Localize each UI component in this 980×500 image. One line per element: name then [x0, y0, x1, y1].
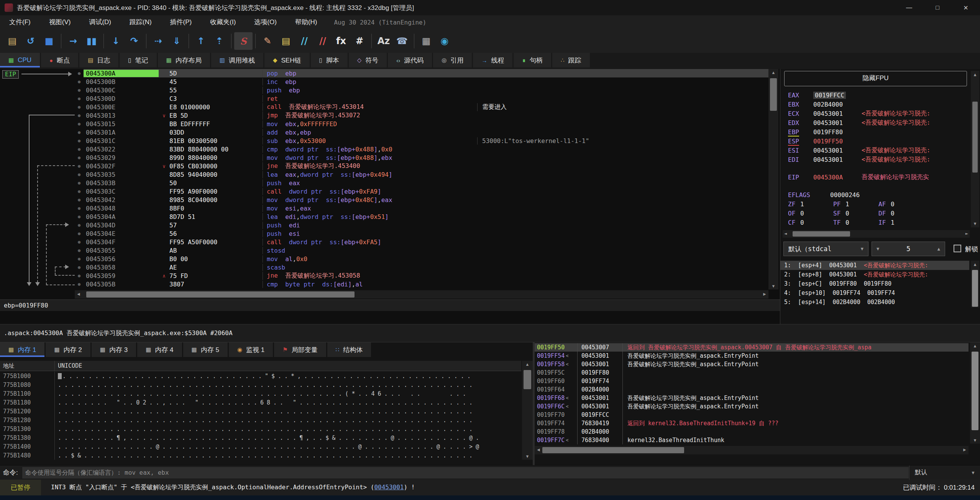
step-out-icon[interactable]: ↑: [192, 32, 210, 50]
dump-tab-mem5[interactable]: ▦内存 5: [183, 342, 228, 357]
open-file-icon[interactable]: ▤: [3, 32, 21, 50]
argument-icon[interactable]: #: [350, 32, 369, 50]
dump-row[interactable]: 775B1480..$&............................…: [0, 451, 521, 460]
function-icon[interactable]: fx: [332, 32, 350, 50]
hide-fpu-button[interactable]: 隐藏FPU: [784, 71, 967, 86]
breakpoint-dot[interactable]: ●: [75, 79, 84, 84]
calculator-icon[interactable]: ▦: [417, 32, 435, 50]
args-depth-spinner[interactable]: ▼ 5 ▲: [872, 242, 945, 256]
dump-tab-mem3[interactable]: ▦内存 3: [92, 342, 136, 357]
dump-row[interactable]: 775B1100................................…: [0, 389, 521, 398]
register-row[interactable]: EBX002B4000: [780, 100, 969, 109]
args-vertical-scrollbar[interactable]: ▲: [971, 261, 979, 308]
stack-row[interactable]: 0019FF7C<76830400kernel32.BaseThreadInit…: [535, 436, 969, 444]
stack-row[interactable]: 0019FF54<00453001吾爱破解论坛学习脱壳实例_aspack.Ent…: [535, 352, 969, 360]
intermodular-calls-icon[interactable]: ☎: [393, 32, 411, 50]
disasm-row[interactable]: ●0045303B50push eax: [75, 179, 768, 187]
menu-item[interactable]: 收藏夹(I): [201, 15, 245, 29]
flags-row[interactable]: ZF1PF1AF0: [780, 199, 969, 209]
tab-threads[interactable]: →线程: [473, 53, 512, 67]
dump-row[interactable]: 775B1200................................…: [0, 407, 521, 416]
scroll-up-icon[interactable]: ▲: [971, 262, 979, 267]
breakpoint-dot[interactable]: ●: [75, 172, 84, 177]
disasm-row[interactable]: ●00453013∨EB 5Djmp 吾爱破解论坛学习.453072: [75, 111, 768, 120]
disasm-row[interactable]: ●0045304FFF95 A50F0000call dword ptr ss:…: [75, 238, 768, 246]
disasm-row[interactable]: ●004530428985 8C040000mov dword ptr ss:[…: [75, 196, 768, 204]
scroll-up-icon[interactable]: ▲: [522, 362, 533, 367]
disasm-row[interactable]: ●0045303CFF95 A90F0000call dword ptr ss:…: [75, 187, 768, 196]
register-row[interactable]: EBP0019FF80: [780, 127, 969, 137]
dump-row[interactable]: 775B1180........ "..02..,... ".........6…: [0, 398, 521, 407]
stack-row[interactable]: 0019FF7476830419返回到 kernel32.BaseThreadI…: [535, 419, 969, 428]
scrollbar-thumb[interactable]: [972, 102, 978, 173]
breakpoint-dot[interactable]: ●: [75, 96, 84, 101]
label-icon[interactable]: //: [295, 32, 314, 50]
disasm-row[interactable]: ●004530488BF0mov esi,eax: [75, 204, 768, 212]
dump-tab-watch1[interactable]: ◉监视 1: [229, 342, 273, 357]
register-row[interactable]: ECX00453001<吾爱破解论坛学习脱壳:: [780, 109, 969, 118]
register-row[interactable]: EDI00453001<吾爱破解论坛学习脱壳:: [780, 155, 969, 164]
scroll-down-icon[interactable]: ▼: [522, 454, 533, 459]
strings-icon[interactable]: Az: [374, 32, 393, 50]
breakpoint-dot[interactable]: ●: [75, 71, 84, 76]
callstack-arg-row[interactable]: 3: [esp+C] 0019FF80 0019FF80: [780, 279, 969, 288]
tab-trace[interactable]: ∴跟踪: [552, 53, 590, 67]
menu-item[interactable]: 插件(P): [161, 15, 201, 29]
restart-icon[interactable]: ↺: [21, 32, 40, 50]
breakpoint-dot[interactable]: ●: [75, 104, 84, 110]
stack-row[interactable]: 0019FF5C0019FF80: [535, 368, 969, 377]
disasm-row[interactable]: ●0045300C55push ebp: [75, 86, 768, 94]
dump-row[interactable]: 775B1080................................…: [0, 380, 521, 389]
dump-row[interactable]: 775B1400...............@................…: [0, 442, 521, 451]
breakpoint-dot[interactable]: ●: [75, 256, 84, 262]
tab-cpu[interactable]: ▦CPU: [0, 53, 40, 67]
patch-icon[interactable]: ✎: [258, 32, 277, 50]
stack-row[interactable]: 0019FF58<00453001吾爱破解论坛学习脱壳实例_aspack.Ent…: [535, 360, 969, 368]
stack-row[interactable]: 0019FF68<00453001吾爱破解论坛学习脱壳实例_aspack.Ent…: [535, 394, 969, 402]
callstack-arg-row[interactable]: 4: [esp+10] 0019FF74 0019FF74: [780, 288, 969, 298]
stack-row[interactable]: 0019FF5000453007返回到 吾爱破解论坛学习脱壳实例_aspack.…: [535, 343, 969, 352]
menu-item[interactable]: 跟踪(N): [120, 15, 161, 29]
menu-item[interactable]: 文件(F): [0, 15, 40, 29]
menu-item[interactable]: 视图(V): [40, 15, 80, 29]
register-row[interactable]: ESI00453001<吾爱破解论坛学习脱壳:: [780, 146, 969, 155]
disasm-row[interactable]: ●0045302F∨0F85 CB030000jne 吾爱破解论坛学习.4534…: [75, 162, 768, 170]
breakpoint-dot[interactable]: ●: [75, 189, 84, 194]
unlock-checkbox[interactable]: [954, 245, 961, 252]
disasm-row[interactable]: ●0045301C81EB 00300500sub ebx,0x53000530…: [75, 137, 768, 145]
stack-row[interactable]: 0019FF700019FFCC: [535, 411, 969, 419]
tab-breakpoints[interactable]: ●断点: [41, 53, 78, 67]
tab-call-stack[interactable]: ▥调用堆栈: [211, 53, 263, 67]
tab-references[interactable]: ◎引用: [433, 53, 472, 67]
disasm-row[interactable]: ●0045305B3807cmp byte ptr ds:[edi],al: [75, 280, 768, 288]
command-script-combo[interactable]: 默认 ▼: [909, 465, 980, 480]
register-row[interactable]: EIP0045300A吾爱破解论坛学习脱壳实: [780, 173, 969, 182]
disasm-row[interactable]: ●0045300EE8 01000000call 吾爱破解论坛学习.453014…: [75, 103, 768, 111]
disasm-row[interactable]: ●00453015BB EDFFFFFFmov ebx,0xFFFFFFED: [75, 120, 768, 128]
disasm-row[interactable]: ●00453029899D 88040000mov dword ptr ss:[…: [75, 153, 768, 162]
scroll-up-icon[interactable]: ▲: [970, 344, 980, 348]
disasm-vertical-scrollbar[interactable]: ▲ ▼: [768, 69, 778, 289]
dump-tab-struct[interactable]: ∷结构体: [327, 342, 371, 357]
dump-row[interactable]: 775B1280................................…: [0, 416, 521, 424]
tab-log[interactable]: ▤日志: [79, 53, 118, 67]
spinner-down-icon[interactable]: ▼: [877, 246, 879, 252]
run-icon[interactable]: →: [64, 32, 82, 50]
breakpoint-dot[interactable]: ●: [75, 248, 84, 253]
animate-into-icon[interactable]: ⇡: [210, 32, 228, 50]
breakpoint-dot[interactable]: ●: [75, 87, 84, 93]
scroll-down-icon[interactable]: ▼: [768, 284, 778, 288]
run-to-user-code-icon[interactable]: ⇢: [149, 32, 167, 50]
stop-icon[interactable]: ■: [40, 32, 58, 50]
registers-vertical-scrollbar[interactable]: ▲ ▼: [971, 71, 979, 227]
menu-item[interactable]: 选项(O): [245, 15, 286, 29]
tab-script[interactable]: ▯脚本: [311, 53, 348, 67]
register-row[interactable]: ESP0019FF50: [780, 137, 969, 146]
scroll-right-icon[interactable]: ►: [962, 447, 967, 452]
dump-tab-locals[interactable]: ⚑局部变量: [274, 342, 326, 357]
stack-row[interactable]: 0019FF600019FF74: [535, 377, 969, 385]
scroll-up-icon[interactable]: ▲: [971, 72, 979, 77]
bookmark-icon[interactable]: //: [314, 32, 332, 50]
breakpoint-dot[interactable]: ●: [75, 281, 84, 287]
scroll-right-icon[interactable]: ►: [965, 231, 968, 236]
